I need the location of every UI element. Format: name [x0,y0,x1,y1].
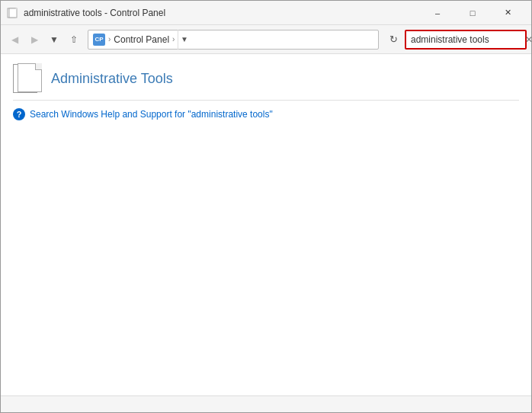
address-bar: CP › Control Panel › ▼ [88,30,379,50]
maximize-button[interactable]: □ [455,1,490,25]
title-bar: administrative tools - Control Panel – □… [1,1,531,25]
breadcrumb-sep-2: › [172,35,175,43]
doc-icon-front [18,63,42,92]
search-box: ✕ [405,30,527,50]
window: administrative tools - Control Panel – □… [0,0,532,413]
search-clear-button[interactable]: ✕ [525,34,532,46]
window-title: administrative tools - Control Panel [24,8,420,18]
window-controls: – □ ✕ [420,1,525,25]
up-button[interactable]: ⇧ [65,30,83,49]
help-link[interactable]: ? Search Windows Help and Support for "a… [13,108,519,120]
close-button[interactable]: ✕ [490,1,525,25]
svg-rect-1 [9,8,17,18]
window-icon [7,7,19,19]
breadcrumb-control-panel[interactable]: Control Panel [114,34,169,45]
minimize-button[interactable]: – [420,1,455,25]
refresh-button[interactable]: ↻ [383,30,403,50]
folder-icon-label: CP [95,36,103,43]
back-button[interactable]: ◀ [5,30,24,49]
breadcrumb-sep-1: › [108,35,111,43]
main-content: Administrative Tools ? Search Windows He… [1,54,531,395]
nav-dropdown-button[interactable]: ▼ [45,30,63,49]
status-bar [1,395,531,412]
page-header: Administrative Tools [13,63,519,94]
address-folder-icon: CP [93,34,105,46]
help-icon: ? [13,108,25,120]
nav-bar: ◀ ▶ ▼ ⇧ CP › Control Panel › ▼ ↻ ✕ [1,25,531,54]
help-link-text: Search Windows Help and Support for "adm… [30,109,273,120]
address-dropdown-button[interactable]: ▼ [178,30,190,50]
search-input[interactable] [411,34,525,45]
page-title: Administrative Tools [51,71,173,87]
forward-button[interactable]: ▶ [25,30,43,49]
divider [13,100,519,101]
page-icon [13,63,43,94]
